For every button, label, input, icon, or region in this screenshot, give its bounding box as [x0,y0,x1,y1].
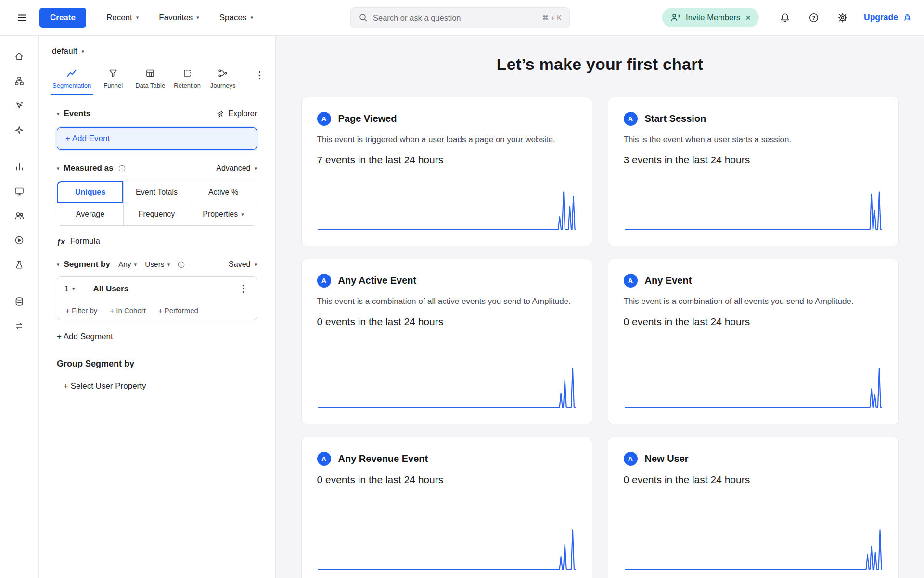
chevron-down-icon: ▾ [241,212,244,217]
sparkle-icon[interactable] [9,121,30,139]
monitor-icon[interactable] [9,182,30,200]
segment-index-dropdown[interactable]: 1 ▾ [64,285,75,293]
filter-by-button[interactable]: + Filter by [65,306,97,315]
measure-option-active-pct[interactable]: Active % [190,181,257,203]
workspace-selector[interactable]: default ▾ [38,46,275,56]
amplitude-logo-icon: A [317,112,331,126]
spaces-menu[interactable]: Spaces▾ [219,13,253,23]
swap-icon[interactable] [9,317,30,335]
tab-label: Funnel [103,82,123,89]
segment-users-dropdown[interactable]: Users▾ [145,260,170,269]
event-card-any-active-event[interactable]: AAny Active Event This event is a combin… [301,259,592,424]
notifications-bell-icon[interactable] [775,8,795,27]
invite-members-pill[interactable]: Invite Members × [662,8,759,27]
add-segment-button[interactable]: + Add Segment [57,332,257,342]
collapse-chevron-icon[interactable]: ▾ [57,262,60,267]
event-cards-grid: APage Viewed This event is triggered whe… [276,97,924,578]
play-circle-icon[interactable] [9,231,30,250]
tab-segmentation[interactable]: Segmentation [48,66,95,95]
event-card-new-user[interactable]: ANew User 0 events in the last 24 hours [608,437,899,578]
formula-button[interactable]: ƒx Formula [57,236,257,246]
database-icon[interactable] [9,292,30,311]
tab-label: Data Table [135,82,165,89]
bar-chart-icon[interactable] [9,158,30,176]
event-sparkline [624,185,883,233]
chevron-down-icon: ▾ [196,15,199,20]
event-card-count: 0 events in the last 24 hours [624,316,883,328]
measure-option-average[interactable]: Average [57,203,124,225]
measure-option-label: Uniques [75,188,105,197]
events-section: ▾ Events Explorer + Add Event [38,109,275,150]
event-card-count: 0 events in the last 24 hours [317,316,577,328]
search-input[interactable] [373,13,537,23]
tab-label: Journeys [210,82,236,89]
users-icon[interactable] [9,207,30,225]
event-card-title: Any Revenue Event [338,453,428,464]
saved-dropdown[interactable]: Saved ▾ [229,260,257,269]
explorer-label: Explorer [228,109,257,118]
left-icon-rail [0,36,38,578]
recent-menu-label: Recent [106,13,132,23]
measure-option-label: Average [76,210,104,219]
home-icon[interactable] [9,47,30,66]
favorites-menu-label: Favorites [159,13,192,23]
topbar-right-cluster: Invite Members × ? Upgrade [662,8,911,27]
help-icon[interactable]: ? [804,8,823,27]
segment-definition-box: 1 ▾ All Users + Filter by + In Cohort + … [57,276,257,320]
hamburger-menu-icon[interactable] [13,8,32,27]
event-sparkline [624,525,883,573]
tab-funnel[interactable]: Funnel [95,66,131,95]
top-navigation-bar: Create Recent▾ Favorites▾ Spaces▾ ⌘ + K … [0,0,924,36]
tab-retention[interactable]: Retention [169,66,205,95]
performed-button[interactable]: + Performed [158,306,198,315]
events-section-title: Events [64,109,91,118]
tab-label: Retention [174,82,201,89]
event-card-title: New User [645,453,689,464]
event-card-any-event[interactable]: AAny Event This event is a combination o… [608,259,899,424]
advanced-dropdown[interactable]: Advanced ▾ [216,164,257,172]
favorites-menu[interactable]: Favorites▾ [159,13,199,23]
event-sparkline [317,363,577,411]
measure-option-frequency[interactable]: Frequency [124,203,190,225]
segment-kebab-icon[interactable] [237,284,249,293]
sitemap-icon[interactable] [9,72,30,90]
add-event-button[interactable]: + Add Event [57,127,257,150]
explorer-button[interactable]: Explorer [216,109,257,118]
measured-as-section: ▾ Measured as Advanced ▾ Uniques Event T… [38,163,275,246]
collapse-chevron-icon[interactable]: ▾ [57,166,60,171]
measure-option-label: Properties [203,210,238,219]
more-chart-types-kebab-icon[interactable] [251,66,268,80]
search-icon [359,13,368,23]
amplitude-logo-icon: A [317,452,331,466]
event-card-any-revenue-event[interactable]: AAny Revenue Event 0 events in the last … [301,437,592,578]
tab-data-table[interactable]: Data Table [131,66,169,95]
measure-option-event-totals[interactable]: Event Totals [124,181,190,203]
chevron-down-icon: ▾ [72,286,75,291]
measure-option-uniques[interactable]: Uniques [57,181,124,203]
magic-cursor-icon[interactable] [9,96,30,115]
recent-menu[interactable]: Recent▾ [106,13,139,23]
amplitude-logo-icon: A [624,112,638,126]
close-icon[interactable]: × [745,13,751,22]
segmentation-icon [66,68,77,78]
saved-label: Saved [229,260,250,269]
event-card-start-session[interactable]: AStart Session This is the event when a … [608,97,899,246]
collapse-chevron-icon[interactable]: ▾ [57,111,60,117]
event-card-page-viewed[interactable]: APage Viewed This event is triggered whe… [301,97,592,246]
flask-icon[interactable] [9,256,30,274]
upgrade-link[interactable]: Upgrade [864,13,911,23]
rocket-icon [902,13,911,22]
amplitude-logo-icon: A [624,452,638,466]
settings-gear-icon[interactable] [833,8,852,27]
chevron-down-icon: ▾ [82,49,85,54]
event-card-title: Any Event [645,275,692,286]
tab-journeys[interactable]: Journeys [205,66,241,95]
page-title: Let’s make your first chart [276,55,924,74]
measure-option-properties[interactable]: Properties▾ [190,203,257,225]
info-icon [177,261,185,269]
event-card-title: Any Active Event [338,275,417,286]
segment-any-dropdown[interactable]: Any▾ [118,260,137,269]
create-button[interactable]: Create [39,8,86,28]
in-cohort-button[interactable]: + In Cohort [110,306,146,315]
select-user-property-button[interactable]: + Select User Property [64,381,257,391]
